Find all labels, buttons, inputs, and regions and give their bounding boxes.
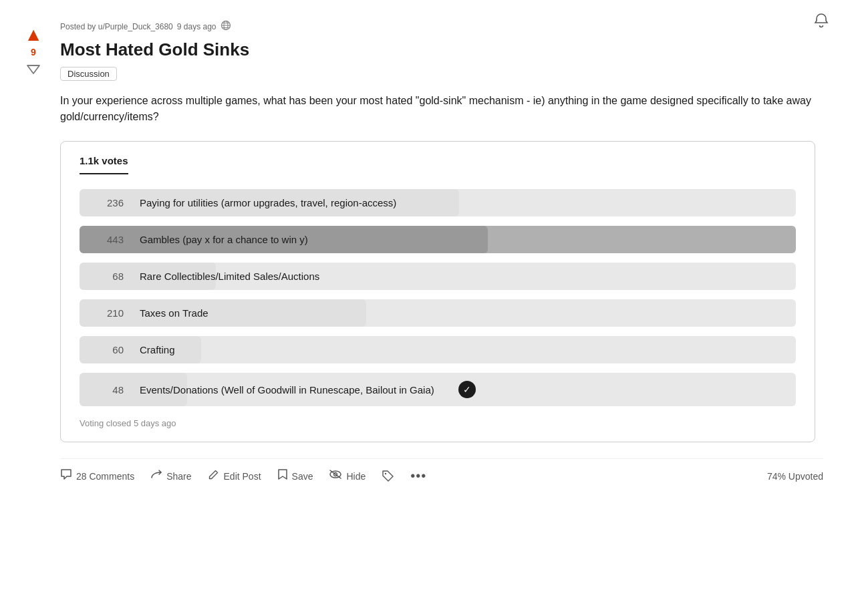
upvote-button[interactable]: ▲ — [24, 25, 43, 44]
more-dots: ••• — [410, 468, 426, 484]
poll-count-3: 68 — [90, 271, 124, 282]
poll-count-6: 48 — [90, 384, 124, 396]
downvote-button[interactable] — [25, 60, 41, 79]
poll-box: 1.1k votes 236 Paying for utilities (arm… — [60, 141, 815, 442]
share-label: Share — [166, 471, 191, 482]
poll-option-3[interactable]: 68 Rare Collectibles/Limited Sales/Aucti… — [80, 263, 796, 290]
svg-point-8 — [385, 473, 386, 474]
vote-count: 9 — [31, 47, 36, 57]
voting-closed-text: Voting closed 5 days ago — [80, 418, 796, 428]
hide-label: Hide — [346, 471, 366, 482]
poll-label-6: Events/Donations (Well of Goodwill in Ru… — [140, 384, 434, 396]
globe-icon — [221, 20, 231, 33]
poll-option-1[interactable]: 236 Paying for utilities (armor upgrades… — [80, 189, 796, 216]
edit-label: Edit Post — [224, 471, 261, 482]
poll-count-5: 60 — [90, 344, 124, 355]
action-bar: 28 Comments Share — [60, 458, 823, 490]
share-icon — [150, 468, 162, 484]
comments-button[interactable]: 28 Comments — [60, 468, 134, 484]
edit-button[interactable]: Edit Post — [208, 468, 261, 484]
notification-bell[interactable] — [813, 12, 830, 32]
time-ago: 9 days ago — [177, 22, 217, 31]
hide-button[interactable]: Hide — [329, 469, 366, 483]
tag-badge[interactable]: Discussion — [60, 67, 823, 93]
posted-by: Posted by u/Purple_Duck_3680 — [60, 22, 173, 31]
save-button[interactable]: Save — [277, 468, 313, 484]
poll-label-3: Rare Collectibles/Limited Sales/Auctions — [140, 271, 319, 282]
hide-icon — [329, 469, 342, 483]
poll-label-5: Crafting — [140, 344, 175, 355]
post-title: Most Hated Gold Sinks — [60, 39, 823, 60]
poll-options: 236 Paying for utilities (armor upgrades… — [80, 189, 796, 406]
selected-check-icon: ✓ — [458, 381, 476, 398]
poll-option-6[interactable]: 48 Events/Donations (Well of Goodwill in… — [80, 373, 796, 406]
poll-count-2: 443 — [90, 234, 124, 245]
poll-option-2[interactable]: 443 Gambles (pay x for a chance to win y… — [80, 226, 796, 253]
edit-icon — [208, 468, 220, 484]
poll-option-4[interactable]: 210 Taxes on Trade — [80, 299, 796, 327]
poll-count-4: 210 — [90, 307, 124, 319]
post-body: In your experience across multiple games… — [60, 93, 815, 125]
comment-icon — [60, 468, 72, 484]
vote-column: ▲ 9 — [13, 13, 53, 490]
poll-label-4: Taxes on Trade — [140, 307, 208, 319]
comments-label: 28 Comments — [76, 471, 134, 482]
poll-count-1: 236 — [90, 197, 124, 208]
poll-label-1: Paying for utilities (armor upgrades, tr… — [140, 197, 396, 208]
upvote-percentage: 74% Upvoted — [767, 471, 823, 482]
share-button[interactable]: Share — [150, 468, 191, 484]
more-button[interactable]: ••• — [410, 468, 426, 484]
save-label: Save — [292, 471, 313, 482]
poll-option-5[interactable]: 60 Crafting — [80, 336, 796, 363]
post-meta: Posted by u/Purple_Duck_3680 9 days ago — [60, 20, 823, 33]
main-content: Posted by u/Purple_Duck_3680 9 days ago … — [53, 13, 823, 490]
tag-action-icon[interactable] — [382, 470, 394, 482]
poll-votes-count: 1.1k votes — [80, 155, 128, 174]
bookmark-icon — [277, 468, 288, 484]
poll-label-2: Gambles (pay x for a chance to win y) — [140, 234, 308, 245]
